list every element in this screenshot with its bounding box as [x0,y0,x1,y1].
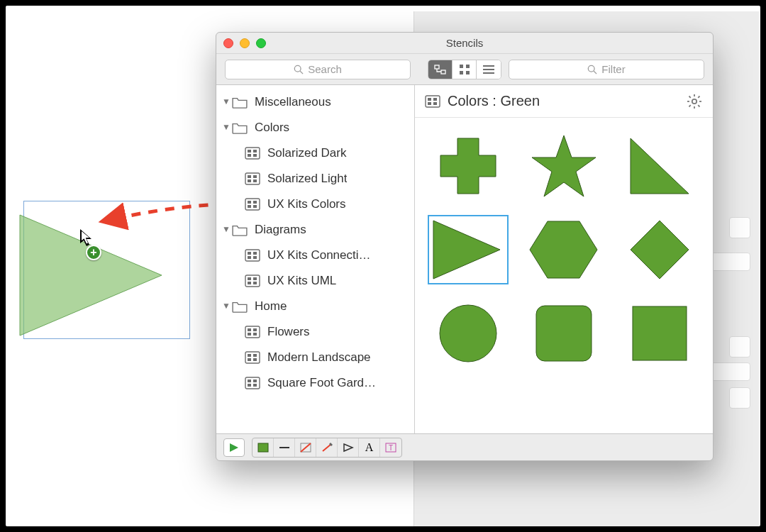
text-tool[interactable]: A [359,438,380,457]
detail-title: Colors : Green [448,93,540,109]
svg-rect-27 [248,201,251,204]
line-tool[interactable] [274,438,295,457]
svg-marker-74 [631,221,689,279]
svg-rect-79 [258,443,268,452]
pen-tool[interactable] [316,438,338,457]
svg-rect-55 [253,384,257,387]
hexagon-shape[interactable] [525,214,603,285]
svg-rect-7 [460,65,463,68]
copy-plus-badge-icon: + [86,245,101,260]
svg-rect-5 [435,65,439,69]
stencil-tree[interactable]: ▼ Miscellaneous ▼ Colors Solarized Dark … [216,85,415,433]
tree-item[interactable]: UX Kits Connecti… [216,243,414,268]
search-icon [587,65,597,74]
window-titlebar[interactable]: Stencils [216,33,713,54]
stencil-icon [245,275,260,287]
shape-grid[interactable] [415,118,713,382]
star-shape[interactable] [525,131,603,201]
svg-rect-20 [253,154,257,157]
stencil-icon [245,172,260,185]
rounded-square-shape[interactable] [525,298,603,369]
tree-item[interactable]: Solarized Light [216,166,414,192]
hierarchy-view-button[interactable] [428,60,453,79]
svg-marker-72 [433,221,500,279]
right-triangle-shape[interactable] [621,131,699,201]
svg-line-15 [594,71,597,74]
tree-item-label: Square Foot Gard… [267,376,376,390]
filter-input[interactable]: Filter [509,60,704,79]
diamond-shape[interactable] [621,214,699,285]
rectangle-tool[interactable] [252,438,274,457]
close-window-button[interactable] [223,38,233,48]
svg-rect-42 [248,328,251,331]
tree-item[interactable]: Solarized Dark [216,140,414,166]
disclosure-triangle-icon[interactable]: ▼ [222,301,232,311]
stencils-window[interactable]: Stencils Search Filter [216,32,714,461]
tree-item[interactable]: UX Kits UML [216,268,414,294]
tree-item-label: Solarized Dark [267,146,347,160]
canvas-area[interactable]: + Stencils Search [6,6,760,526]
svg-rect-41 [245,326,260,338]
svg-marker-78 [230,443,238,452]
statusbar: A T [216,433,713,460]
svg-rect-48 [253,354,257,357]
tree-folder-colors[interactable]: ▼ Colors [216,115,414,140]
tree-item-label: UX Kits Colors [267,197,346,211]
stencil-icon [245,351,260,364]
svg-rect-28 [253,201,257,204]
window-body: ▼ Miscellaneous ▼ Colors Solarized Dark … [216,85,713,433]
svg-rect-59 [428,102,431,105]
gear-icon[interactable] [686,93,703,110]
no-fill-tool[interactable] [295,438,316,457]
play-button[interactable] [223,438,245,457]
tree-item[interactable]: Modern Landscape [216,345,414,370]
tree-item-label: UX Kits UML [267,274,336,288]
svg-rect-19 [248,154,251,157]
svg-line-69 [689,105,691,106]
svg-rect-9 [460,71,463,74]
svg-rect-32 [248,252,251,255]
plus-shape[interactable] [429,131,507,201]
svg-text:T: T [389,444,393,452]
disclosure-triangle-icon[interactable]: ▼ [222,96,232,106]
tree-folder-diagrams[interactable]: ▼ Diagrams [216,217,414,243]
folder-icon [232,121,248,134]
tree-folder-label: Home [255,299,287,314]
minimize-window-button[interactable] [240,38,250,48]
outline-triangle-tool[interactable] [338,438,359,457]
disclosure-triangle-icon[interactable]: ▼ [222,122,232,132]
zoom-window-button[interactable] [256,38,266,48]
text-label-tool[interactable]: T [380,438,401,457]
search-icon [294,65,304,74]
circle-shape[interactable] [429,298,507,369]
list-icon [483,65,494,74]
play-triangle-shape[interactable] [429,214,507,285]
tree-item-label: Solarized Light [267,172,347,186]
search-input[interactable]: Search [225,60,411,79]
svg-rect-29 [248,205,251,208]
svg-rect-49 [248,358,251,361]
svg-rect-39 [248,282,251,284]
window-title: Stencils [216,37,713,49]
disclosure-triangle-icon[interactable]: ▼ [222,224,232,234]
svg-rect-76 [536,306,592,361]
stencil-icon [245,326,260,338]
tree-folder-home[interactable]: ▼ Home [216,294,414,319]
svg-line-66 [689,96,691,97]
filter-placeholder: Filter [601,63,625,75]
square-shape[interactable] [621,298,699,369]
grid-view-button[interactable] [453,60,477,79]
tree-item[interactable]: UX Kits Colors [216,192,414,217]
line-icon [278,443,291,453]
tree-folder-miscellaneous[interactable]: ▼ Miscellaneous [216,89,414,115]
play-icon [228,442,240,453]
svg-line-4 [300,71,303,74]
svg-line-82 [301,443,311,452]
tree-item[interactable]: Flowers [216,319,414,345]
grid-icon [460,65,470,74]
svg-rect-60 [433,102,437,105]
svg-rect-51 [245,377,260,389]
tree-item[interactable]: Square Foot Gard… [216,370,414,396]
svg-rect-18 [253,150,257,153]
list-view-button[interactable] [477,60,501,79]
